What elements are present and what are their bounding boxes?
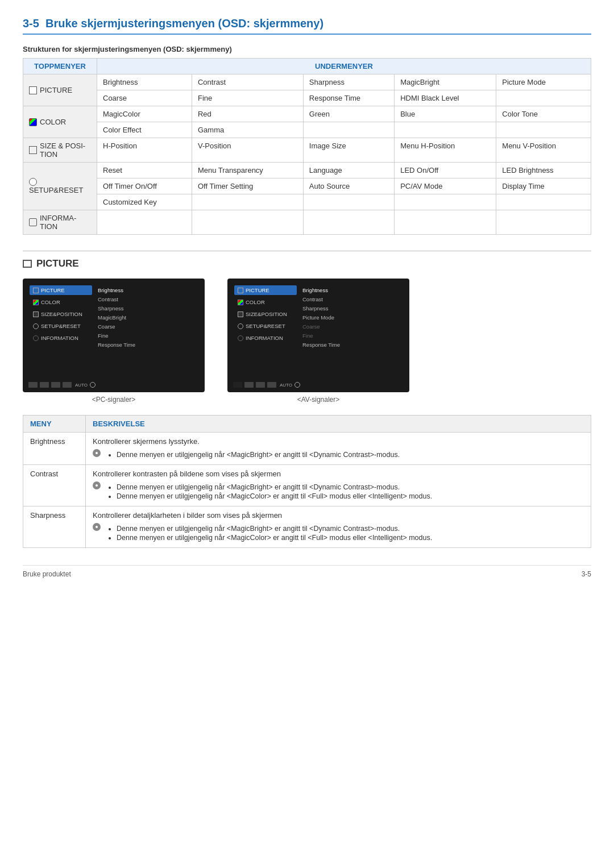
size-small-icon: [33, 312, 39, 317]
sub-item: [303, 122, 394, 138]
sub-item: Gamma: [192, 122, 303, 138]
sub-item: Menu H-Position: [395, 138, 496, 163]
sub-item: Off Timer Setting: [192, 178, 303, 194]
sub-item: Color Tone: [496, 106, 591, 122]
av-nav-btn-2: [244, 382, 254, 388]
desc-menu-name: Brightness: [23, 433, 86, 465]
sub-item: [192, 210, 303, 235]
osd-table: TOPPMENYER UNDERMENYER PICTUREBrightness…: [23, 58, 591, 235]
av-osd-item-setup: SETUP&RESET: [234, 321, 297, 331]
sub-item: Display Time: [496, 178, 591, 194]
av-nav-btn-1: [233, 382, 242, 388]
desc-table-row: SharpnessKontrollerer detaljklarheten i …: [23, 506, 591, 548]
sub-item: Brightness: [97, 74, 192, 90]
sub-item: LED Brightness: [496, 163, 591, 178]
av-color-small-icon: [238, 300, 243, 305]
av-signal-label: <AV-signaler>: [297, 396, 340, 404]
av-nav-btn-3: [256, 382, 265, 388]
col-top-menu: TOPPMENYER: [23, 59, 97, 74]
structure-label: Strukturen for skjermjusteringsmenyen (O…: [23, 45, 591, 53]
sub-item: Customized Key: [97, 194, 192, 210]
av-osd-item-picture: PICTURE: [234, 285, 297, 295]
note-bullet: Denne menyen er utilgjengelig når <Magic…: [117, 534, 432, 542]
picture-menu-icon: [29, 86, 37, 94]
note-bullet: Denne menyen er utilgjengelig når <Magic…: [117, 492, 432, 500]
setup-menu-icon: [29, 178, 37, 186]
av-signal-block: PICTURE COLOR SIZE&POSITION SETUP&RESET …: [227, 279, 409, 404]
sub-item: [192, 194, 303, 210]
top-menu-picture: PICTURE: [23, 74, 97, 106]
sub-item: PC/AV Mode: [395, 178, 496, 194]
av-osd-item-size: SIZE&POSITION: [234, 309, 297, 319]
pc-osd-item-setup: SETUP&RESET: [30, 321, 92, 331]
note-bullet: Denne menyen er utilgjengelig når <Magic…: [117, 451, 400, 459]
sub-item: Off Timer On/Off: [97, 178, 192, 194]
page-title: 3-5 Bruke skjermjusteringsmenyen (OSD: s…: [23, 17, 591, 30]
desc-note-row: Denne menyen er utilgjengelig når <Magic…: [93, 481, 584, 501]
pc-osd-bottom-bar: AUTO: [28, 382, 199, 388]
sub-item: [496, 122, 591, 138]
av-osd-mock: PICTURE COLOR SIZE&POSITION SETUP&RESET …: [227, 279, 409, 392]
sub-item: [395, 122, 496, 138]
sub-item: V-Position: [192, 138, 303, 163]
sub-item: MagicColor: [97, 106, 192, 122]
sub-item: Auto Source: [303, 178, 394, 194]
sub-item: Picture Mode: [496, 74, 591, 90]
desc-table: MENY BESKRIVELSE BrightnessKontrollerer …: [23, 415, 591, 548]
page-header: 3-5 Bruke skjermjusteringsmenyen (OSD: s…: [23, 17, 591, 35]
av-osd-item-info: INFORMATION: [234, 333, 297, 343]
av-nav-btn-4: [267, 382, 276, 388]
sub-item: Menu Transparency: [192, 163, 303, 178]
desc-content: Kontrollerer skjermens lysstyrke.Denne m…: [86, 433, 591, 465]
note-bullet: Denne menyen er utilgjengelig når <Magic…: [117, 525, 432, 533]
pc-osd-item-info: INFORMATION: [30, 333, 92, 343]
sub-item: [303, 210, 394, 235]
sub-item: Reset: [97, 163, 192, 178]
page-footer: Bruke produktet 3-5: [23, 565, 591, 578]
av-size-small-icon: [238, 312, 243, 317]
desc-menu-name: Sharpness: [23, 506, 86, 548]
pc-osd-right-menu: Brightness Contrast Sharpness MagicBrigh…: [98, 285, 135, 385]
av-setup-small-icon: [238, 323, 243, 329]
sub-item: [496, 90, 591, 106]
nav-btn-3: [51, 382, 60, 388]
col-menu-header: MENY: [23, 416, 86, 433]
footer-right: 3-5: [582, 570, 591, 578]
sub-item: Menu V-Position: [496, 138, 591, 163]
color-menu-icon: [29, 118, 37, 126]
sub-item: [395, 210, 496, 235]
sub-item: Blue: [395, 106, 496, 122]
sub-item: LED On/Off: [395, 163, 496, 178]
top-menu-info: INFORMA-TION: [23, 210, 97, 235]
sub-item: Coarse: [97, 90, 192, 106]
sub-item: Green: [303, 106, 394, 122]
desc-content: Kontrollerer kontrasten på bildene som v…: [86, 465, 591, 506]
power-icon: [90, 382, 96, 388]
sub-item: MagicBright: [395, 74, 496, 90]
osd-screenshots: PICTURE COLOR SIZE&POSITION SETUP&RESET …: [23, 279, 591, 404]
note-icon: [93, 481, 101, 489]
pc-osd-left-menu: PICTURE COLOR SIZE&POSITION SETUP&RESET …: [30, 285, 92, 385]
desc-note-row: Denne menyen er utilgjengelig når <Magic…: [93, 448, 584, 460]
desc-menu-name: Contrast: [23, 465, 86, 506]
sub-item: [395, 194, 496, 210]
size-menu-icon: [29, 146, 37, 154]
desc-table-row: ContrastKontrollerer kontrasten på bilde…: [23, 465, 591, 506]
pc-signal-block: PICTURE COLOR SIZE&POSITION SETUP&RESET …: [23, 279, 205, 404]
color-small-icon: [33, 300, 39, 305]
info-small-icon: [33, 335, 39, 341]
sub-item: [496, 210, 591, 235]
sub-item: Sharpness: [303, 74, 394, 90]
av-osd-item-color: COLOR: [234, 297, 297, 307]
av-osd-left-menu: PICTURE COLOR SIZE&POSITION SETUP&RESET …: [234, 285, 297, 385]
nav-btn-4: [63, 382, 72, 388]
desc-table-row: BrightnessKontrollerer skjermens lysstyr…: [23, 433, 591, 465]
sub-item: [496, 194, 591, 210]
sub-item: Language: [303, 163, 394, 178]
av-power-icon: [294, 382, 300, 388]
note-icon: [93, 449, 101, 457]
pc-osd-item-size: SIZE&POSITION: [30, 309, 92, 319]
footer-left: Bruke produktet: [23, 570, 71, 578]
nav-btn-2: [40, 382, 49, 388]
av-osd-right-menu: Brightness Contrast Sharpness Picture Mo…: [302, 285, 340, 385]
